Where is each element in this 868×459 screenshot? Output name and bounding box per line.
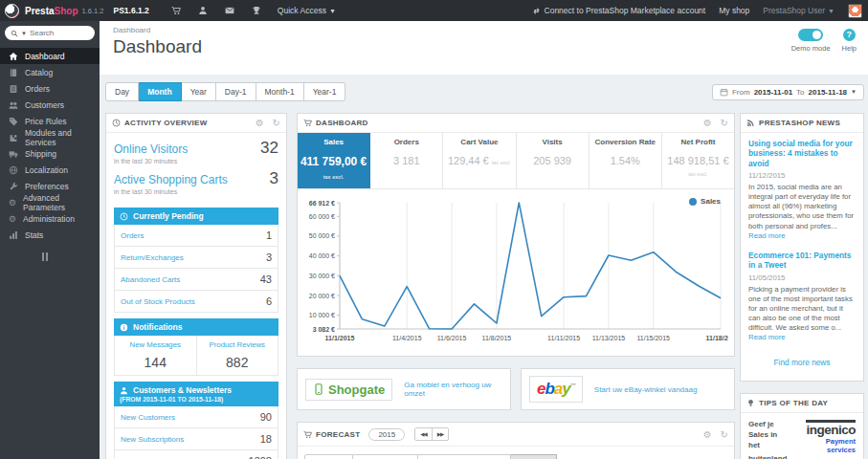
chart-legend: Sales xyxy=(689,197,721,206)
clock-icon xyxy=(120,212,128,221)
read-more-link[interactable]: Read more xyxy=(748,333,786,341)
quick-access-menu[interactable]: Quick Access▼ xyxy=(278,6,336,15)
ebay-ad[interactable]: ebay™ Start uw eBay-winkel vandaag xyxy=(521,368,735,410)
sidebar-item-price-rules[interactable]: Price Rules xyxy=(0,113,100,129)
kpi-cart-value-tab[interactable]: Cart Value129,44 € tax excl. xyxy=(443,133,516,188)
svg-text:11/13/2015: 11/13/2015 xyxy=(592,335,626,341)
chevron-down-icon: ▼ xyxy=(851,89,857,95)
sidebar-item-orders[interactable]: Orders xyxy=(0,80,100,97)
pending-row-returns[interactable]: Return/Exchanges3 xyxy=(115,247,278,269)
sidebar-collapse-button[interactable] xyxy=(42,252,100,261)
period-day-1-button[interactable]: Day-1 xyxy=(216,82,256,101)
sidebar-item-customers[interactable]: Customers xyxy=(0,97,100,113)
previous-year-button[interactable]: ◀◀ xyxy=(415,428,431,440)
bar-chart-icon xyxy=(9,230,18,240)
search-scope-caret[interactable]: ▼ xyxy=(21,31,27,36)
customer-icon[interactable] xyxy=(198,6,208,15)
customers-newsletters-header: Customers & Newsletters xyxy=(114,382,278,396)
help-icon[interactable]: ? xyxy=(843,29,856,41)
sidebar-item-administration[interactable]: ⚙Administration xyxy=(0,210,100,227)
find-more-news-link[interactable]: Find more news xyxy=(748,352,856,375)
new-customers-row[interactable]: New Customers90 xyxy=(115,406,278,428)
legend-dot xyxy=(689,198,697,206)
sidebar-item-dashboard[interactable]: Dashboard xyxy=(0,48,100,64)
ebay-link[interactable]: Start uw eBay-winkel vandaag xyxy=(594,385,698,394)
kpi-visits-tab[interactable]: Visits205 939 xyxy=(517,133,590,188)
pending-row-orders[interactable]: Orders1 xyxy=(115,225,278,247)
kpi-conversion-rate-tab[interactable]: Conversion Rate1.54% xyxy=(590,133,662,188)
period-button-group: Day Month Year Day-1 Month-1 Year-1 xyxy=(105,82,345,101)
top-bar: PrestaShop 1.6.1.2 PS1.6.1.2 Quick Acces… xyxy=(0,0,868,21)
search-input[interactable] xyxy=(30,29,81,37)
refresh-icon[interactable]: ↻ xyxy=(273,119,280,127)
main-content: Dashboard Dashboard Demo mode ? Help Day… xyxy=(100,21,868,459)
total-subscribers-row[interactable]: Total Subscribers1308 xyxy=(115,450,278,459)
cart-icon[interactable] xyxy=(171,6,181,15)
sidebar-item-preferences[interactable]: Preferences xyxy=(0,178,100,194)
kpi-orders-tab[interactable]: Orders3 181 xyxy=(370,133,443,188)
shopgate-link[interactable]: Ga mobiel en verhoog uw omzet xyxy=(404,381,502,398)
sidebar-search[interactable]: ▼ xyxy=(5,26,95,40)
sidebar-item-stats[interactable]: Stats xyxy=(0,227,100,243)
sidebar-item-catalog[interactable]: Catalog xyxy=(0,64,100,80)
shop-version-tag: PS1.6.1.2 xyxy=(114,6,149,15)
period-year-button[interactable]: Year xyxy=(182,82,216,101)
gear-icon[interactable]: ⚙ xyxy=(256,119,264,127)
kpi-net-profit-tab[interactable]: Net Profit148 918,51 € tax excl. xyxy=(662,133,734,188)
forecast-panel-title: FORECAST xyxy=(316,430,360,439)
new-subscriptions-row[interactable]: New Subscriptions18 xyxy=(115,428,278,450)
refresh-icon[interactable]: ↻ xyxy=(721,430,728,439)
mail-icon[interactable] xyxy=(225,6,234,15)
user-avatar[interactable] xyxy=(848,4,862,18)
calendar-icon xyxy=(720,88,728,97)
date-range-picker[interactable]: From2015-11-01 To2015-11-18 ▼ xyxy=(712,84,864,100)
toggle-conversion[interactable]: Conversion xyxy=(353,454,418,459)
sidebar-item-advanced-parameters[interactable]: ⚙Advanced Parameters xyxy=(0,194,100,210)
svg-text:11/11/2015: 11/11/2015 xyxy=(547,335,580,341)
gear-icon[interactable]: ⚙ xyxy=(703,430,712,439)
period-month-button[interactable]: Month xyxy=(139,82,182,101)
period-month-1-button[interactable]: Month-1 xyxy=(256,82,304,101)
user-menu[interactable]: PrestaShop User▼ xyxy=(763,6,835,15)
forecast-year[interactable]: 2015 xyxy=(368,428,405,441)
news-article: Using social media for your business: 4 … xyxy=(748,139,856,241)
chevron-down-icon: ▼ xyxy=(329,8,336,14)
new-messages-cell[interactable]: New Messages144 xyxy=(115,336,196,375)
period-year-1-button[interactable]: Year-1 xyxy=(304,82,346,101)
kpi-tabs: Sales411 759,00 € tax excl. Orders3 181 … xyxy=(298,133,734,189)
shopgate-ad[interactable]: Shopgate Ga mobiel en verhoog uw omzet xyxy=(297,368,511,410)
notifications-header: Notifications xyxy=(114,318,278,336)
news-article-excerpt: Picking a payment provider is one of the… xyxy=(748,285,856,343)
trophy-icon[interactable] xyxy=(252,6,261,15)
my-shop-link[interactable]: My shop xyxy=(719,6,749,15)
refresh-icon[interactable]: ↻ xyxy=(721,119,728,127)
toggle-traffic[interactable]: Traffic xyxy=(304,454,353,459)
sidebar-item-shipping[interactable]: Shipping xyxy=(0,145,100,162)
pending-row-abandoned-carts[interactable]: Abandoned Carts43 xyxy=(115,269,278,291)
toggle-average-cart-value[interactable]: Average Cart Value xyxy=(418,454,511,459)
next-year-button[interactable]: ▶▶ xyxy=(432,428,448,440)
online-visitors-link[interactable]: Online Visitors xyxy=(114,142,260,156)
kpi-sales-tab[interactable]: Sales411 759,00 € tax excl. xyxy=(298,133,370,188)
marketplace-connect-link[interactable]: Connect to PrestaShop Marketplace accoun… xyxy=(532,6,706,15)
pending-row-out-of-stock[interactable]: Out of Stock Products6 xyxy=(115,291,278,312)
svg-text:50 000 €: 50 000 € xyxy=(309,232,335,239)
sidebar-item-localization[interactable]: Localization xyxy=(0,162,100,178)
phone-icon xyxy=(313,383,324,395)
toggle-sales[interactable]: Sales xyxy=(511,454,557,459)
demo-mode-toggle[interactable] xyxy=(798,29,823,41)
period-day-button[interactable]: Day xyxy=(105,82,139,101)
prestashop-logo[interactable] xyxy=(5,4,19,18)
news-panel-title: PRESTASHOP NEWS xyxy=(759,119,857,127)
tips-panel-title: TIPS OF THE DAY xyxy=(759,399,857,407)
news-article-title[interactable]: Using social media for your business: 4 … xyxy=(748,139,856,168)
gear-icon[interactable]: ⚙ xyxy=(703,119,712,127)
active-carts-link[interactable]: Active Shopping Carts xyxy=(114,173,270,186)
product-reviews-cell[interactable]: Product Reviews882 xyxy=(196,336,278,375)
dashboard-panel: DASHBOARD ⚙ ↻ Sales411 759,00 € tax excl… xyxy=(297,113,735,357)
clock-icon xyxy=(112,119,121,127)
read-more-link[interactable]: Read more xyxy=(748,231,786,240)
sidebar-item-modules[interactable]: Modules and Services xyxy=(0,129,100,145)
news-article-title[interactable]: Ecommerce 101: Payments in a Tweet xyxy=(748,251,856,271)
tag-icon xyxy=(9,117,18,126)
